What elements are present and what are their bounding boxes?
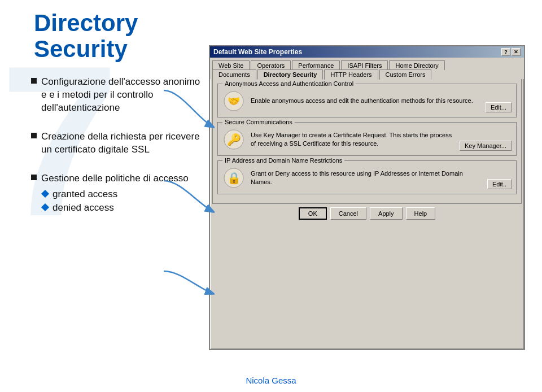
tab-operators[interactable]: Operators bbox=[251, 60, 291, 70]
edit-button-anon[interactable]: Edit... bbox=[486, 102, 512, 112]
tab-web-site[interactable]: Web Site bbox=[212, 60, 250, 70]
bullet-item-1: Configurazione dell'accesso anonimo e e … bbox=[31, 76, 203, 115]
key-svg: 🔑 bbox=[223, 129, 244, 150]
handshake-svg: 🤝 bbox=[223, 90, 244, 112]
bullet-square-icon-2 bbox=[31, 133, 37, 138]
key-icon: 🔑 bbox=[222, 128, 245, 151]
dialog-footer: OK Cancel Apply Help bbox=[210, 204, 524, 223]
close-button[interactable]: ✕ bbox=[512, 48, 521, 56]
section-anon-inner: 🤝 Enable anonymous access and edit the a… bbox=[222, 90, 512, 112]
help-footer-button[interactable]: Help bbox=[406, 207, 436, 220]
page-title: Directory Security bbox=[0, 0, 215, 70]
tab-bar-2: Documents Directory Security HTTP Header… bbox=[210, 69, 524, 79]
bullet-item-2: Creazione della richiesta per ricevere u… bbox=[31, 130, 203, 156]
bullet-square-icon-3 bbox=[31, 175, 37, 180]
bullet-text-3: Gestione delle politiche di accesso bbox=[41, 172, 189, 185]
lock-svg: 🔒 bbox=[223, 167, 244, 189]
edit-button-ip[interactable]: Edit.. bbox=[487, 179, 512, 189]
left-panel: Directory Security Configurazione dell'a… bbox=[0, 0, 215, 392]
svg-text:🤝: 🤝 bbox=[228, 95, 241, 107]
ok-button[interactable]: OK bbox=[299, 207, 327, 220]
section-ip-legend: IP Address and Domain Name Restrictions bbox=[222, 157, 344, 164]
sub-bullet-denied: denied access bbox=[42, 202, 203, 214]
tab-isapi-filters[interactable]: ISAPI Filters bbox=[341, 60, 388, 70]
tab-http-headers[interactable]: HTTP Headers bbox=[324, 69, 378, 80]
svg-text:🔑: 🔑 bbox=[227, 133, 241, 146]
sub-bullet-text-denied: denied access bbox=[53, 202, 114, 214]
sub-bullet-list: granted access denied access bbox=[42, 189, 203, 214]
section-anon-legend: Anonymous Access and Authentication Cont… bbox=[222, 80, 356, 87]
tab-performance[interactable]: Performance bbox=[292, 60, 340, 70]
bullet-list: Configurazione dell'accesso anonimo e e … bbox=[31, 76, 203, 214]
section-secure-inner: 🔑 Use Key Manager to create a Certificat… bbox=[222, 128, 512, 151]
svg-text:🔒: 🔒 bbox=[227, 171, 241, 185]
apply-button[interactable]: Apply bbox=[370, 207, 403, 220]
anon-access-text: Enable anonymous access and edit the aut… bbox=[251, 97, 481, 105]
cancel-button[interactable]: Cancel bbox=[330, 207, 366, 220]
dialog-title: Default Web Site Properties bbox=[213, 48, 302, 56]
bullet-item-3: Gestione delle politiche di accesso bbox=[31, 172, 203, 185]
tab-directory-security[interactable]: Directory Security bbox=[257, 69, 324, 80]
key-manager-button[interactable]: Key Manager... bbox=[460, 141, 512, 151]
diamond-icon bbox=[41, 190, 49, 198]
sub-bullet-text-granted: granted access bbox=[53, 189, 117, 200]
tab-documents[interactable]: Documents bbox=[212, 69, 256, 80]
section-ip-restrict: IP Address and Domain Name Restrictions … bbox=[217, 160, 517, 194]
footer-author: Nicola Gessa bbox=[0, 376, 542, 385]
author-name: Nicola Gessa bbox=[246, 376, 296, 385]
bullet-square-icon bbox=[31, 78, 37, 84]
titlebar-buttons: ? ✕ bbox=[501, 48, 521, 56]
diamond-icon-2 bbox=[41, 203, 49, 211]
section-secure-comm: Secure Communications 🔑 Use Key Manager … bbox=[217, 122, 517, 156]
bullet-text-2: Creazione della richiesta per ricevere u… bbox=[41, 130, 203, 156]
tab-home-directory[interactable]: Home Directory bbox=[389, 60, 444, 70]
ip-restrict-text: Grant or Deny access to this resource us… bbox=[251, 169, 483, 187]
bullet-text-1: Configurazione dell'accesso anonimo e e … bbox=[41, 76, 203, 115]
secure-comm-text: Use Key Manager to create a Certificate … bbox=[251, 131, 455, 149]
sub-bullet-granted: granted access bbox=[42, 189, 203, 200]
tab-custom-errors[interactable]: Custom Errors bbox=[379, 69, 432, 80]
section-anon-access: Anonymous Access and Authentication Cont… bbox=[217, 84, 517, 117]
lock-icon: 🔒 bbox=[222, 167, 245, 189]
win-dialog: Default Web Site Properties ? ✕ Web Site… bbox=[209, 45, 525, 350]
section-ip-inner: 🔒 Grant or Deny access to this resource … bbox=[222, 167, 512, 189]
win-titlebar: Default Web Site Properties ? ✕ bbox=[210, 46, 524, 58]
help-button[interactable]: ? bbox=[501, 48, 510, 56]
dialog-area: Default Web Site Properties ? ✕ Web Site… bbox=[209, 45, 525, 350]
handshake-icon: 🤝 bbox=[222, 90, 245, 112]
section-secure-legend: Secure Communications bbox=[222, 119, 295, 125]
tab-bar: Web Site Operators Performance ISAPI Fil… bbox=[210, 58, 524, 69]
tab-content: Anonymous Access and Authentication Cont… bbox=[212, 79, 522, 204]
